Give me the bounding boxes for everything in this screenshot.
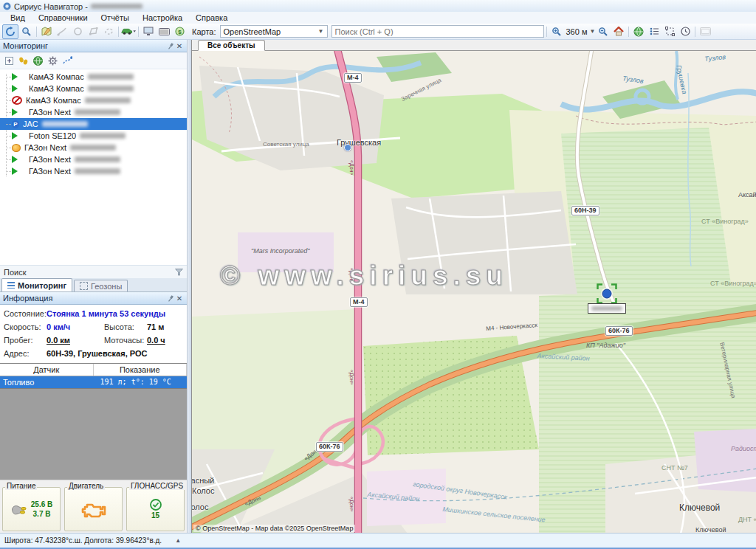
redacted-plate: [75, 168, 120, 174]
address-label: Адрес:: [4, 349, 47, 358]
vehicle-tree: КамАЗ КомпасКамАЗ КомпасКамАЗ КомпасГАЗо…: [0, 69, 187, 265]
zoom-level-value[interactable]: 360 м: [565, 27, 589, 36]
vehicle-row-1[interactable]: КамАЗ Компас: [0, 83, 187, 94]
app-window: Сириус Навигатор - ВидСправочникиОтчётыН…: [0, 0, 756, 549]
fullscreen-button[interactable]: [698, 25, 712, 38]
vehicle-row-7[interactable]: ГАЗон Next: [0, 153, 187, 165]
zoom-out-icon[interactable]: [596, 25, 611, 38]
vehicle-name: Foton SE120: [29, 131, 76, 140]
engine-hours-value[interactable]: 0.0 ч: [147, 336, 165, 345]
vehicle-status-moving-icon: [12, 108, 25, 116]
road-shield: 60Н-39: [571, 206, 599, 215]
toolbar-separator: [546, 27, 547, 37]
sensor-rows: Топливо191 л; t°: 19 °C: [0, 376, 187, 388]
close-icon[interactable]: ✕: [175, 41, 184, 50]
selected-vehicle-marker[interactable]: [597, 283, 617, 304]
sensor-row-0[interactable]: Топливо191 л; t°: 19 °C: [0, 376, 187, 388]
map-label: Колос: [192, 503, 208, 511]
refresh-button[interactable]: [2, 24, 18, 39]
keyboard-button[interactable]: [157, 25, 171, 38]
vehicle-row-3[interactable]: ГАЗон Next: [0, 106, 187, 118]
vehicle-status-idle-icon: [12, 144, 21, 152]
map-label: «Дон»: [349, 497, 354, 511]
menu-item-2[interactable]: Отчёты: [95, 13, 135, 23]
search-objects-button[interactable]: [19, 25, 34, 38]
map-edit-button[interactable]: [39, 25, 54, 38]
map-provider-select[interactable]: OpenStreetMap ▼: [220, 25, 328, 38]
menu-item-4[interactable]: Справка: [190, 13, 233, 23]
power-gauge: Питание 25.6 В 3.7 В: [2, 487, 61, 531]
globe-layers-button[interactable]: [631, 25, 646, 38]
engine-icon: [81, 500, 106, 519]
sensor-col-header: Датчик: [0, 364, 94, 376]
select-area-button[interactable]: [662, 25, 677, 38]
map-label: Мишкинское сельское поселение: [442, 505, 546, 524]
vehicle-row-5[interactable]: Foton SE120: [0, 130, 187, 142]
map-label: Аксайский район: [367, 491, 420, 503]
vehicle-menu-button[interactable]: [121, 25, 136, 38]
menu-item-3[interactable]: Настройка: [137, 13, 188, 23]
menu-item-1[interactable]: Справочники: [32, 13, 94, 23]
track-tool-button[interactable]: [55, 25, 69, 38]
mileage-value[interactable]: 0.0 км: [47, 336, 70, 345]
route-follow-icon[interactable]: [63, 56, 72, 65]
vehicle-row-6[interactable]: ГАЗон Next: [0, 142, 187, 153]
statusbar-expand-caret[interactable]: ▲: [175, 537, 181, 544]
tracks-icon[interactable]: [18, 57, 28, 65]
global-search-input[interactable]: [331, 25, 544, 38]
tab-monitoring[interactable]: Мониторинг: [1, 278, 72, 291]
filter-funnel-icon[interactable]: [175, 269, 183, 276]
vehicle-row-4[interactable]: PJAC: [0, 118, 187, 130]
pin-icon[interactable]: [166, 41, 175, 50]
map-tab-all-objects[interactable]: Все объекты: [198, 40, 265, 51]
menu-item-0[interactable]: Вид: [4, 13, 31, 23]
map-label: Тузлов: [622, 75, 645, 85]
vehicle-status-moving-icon: [12, 156, 25, 163]
vehicle-plate-label: [588, 303, 626, 314]
vehicle-row-0[interactable]: КамАЗ Компас: [0, 71, 187, 83]
circle-tool-button[interactable]: [70, 25, 85, 38]
close-icon[interactable]: ✕: [175, 294, 184, 303]
zoom-level-caret[interactable]: ▼: [589, 28, 595, 35]
gps-gauge-label: ГЛОНАСС/GPS: [129, 482, 185, 490]
map-globe-icon[interactable]: [33, 56, 43, 66]
engine-hours-label: Моточасы:: [104, 336, 147, 345]
map-canvas[interactable]: Советская улицаГрушевскаяЗаречная улицаТ…: [192, 51, 756, 533]
tree-search-label: Поиск: [4, 268, 26, 277]
map-label: М4 - Новочеркасск: [486, 322, 537, 332]
payment-button[interactable]: $: [172, 25, 187, 38]
power-gauge-label: Питание: [5, 482, 37, 490]
legend-list-button[interactable]: [647, 25, 662, 38]
redacted-plate: [88, 86, 134, 92]
satellite-icon: [150, 499, 162, 511]
map-label: ДНТ «На: [738, 516, 756, 523]
expand-all-icon[interactable]: [5, 57, 13, 65]
redacted-plate: [88, 74, 134, 80]
home-view-button[interactable]: [611, 25, 626, 38]
tab-geozones[interactable]: Геозоны: [74, 280, 128, 291]
vehicle-name: JAC: [23, 120, 38, 128]
map-labels-layer: Советская улицаГрушевскаяЗаречная улицаТ…: [192, 51, 756, 533]
address-value: 60Н-39, Грушевская, РОС: [47, 349, 147, 358]
map-label: Колос: [192, 486, 214, 495]
left-tabs: Мониторинг Геозоны: [0, 278, 187, 292]
altitude-value: 71 м: [147, 322, 164, 331]
pin-icon[interactable]: [166, 294, 175, 303]
sensor-table: Датчик Показание Топливо191 л; t°: 19 °C: [0, 363, 187, 388]
vehicle-row-8[interactable]: ГАЗон Next: [0, 165, 187, 177]
vehicle-name: ГАЗон Next: [29, 167, 71, 176]
map-label: СТ «Виноград»: [701, 218, 749, 225]
vehicle-row-2[interactable]: КамАЗ Компас: [0, 94, 187, 106]
monitor-view-button[interactable]: [141, 25, 156, 38]
map-label: «Дон»: [349, 370, 354, 384]
settings-gear-icon[interactable]: [48, 56, 58, 66]
menu-bar: ВидСправочникиОтчётыНастройкаСправка: [0, 12, 756, 24]
redacted-title-text: [91, 4, 142, 9]
map-label: Грушевская: [337, 138, 381, 147]
polygon-tool-button[interactable]: [86, 25, 100, 38]
lasso-tool-button[interactable]: [101, 25, 116, 38]
zoom-in-icon[interactable]: [549, 25, 564, 38]
info-panel-header: Информация ✕: [0, 292, 187, 305]
map-select-label: Карта:: [190, 27, 218, 36]
history-clock-button[interactable]: [678, 25, 693, 38]
